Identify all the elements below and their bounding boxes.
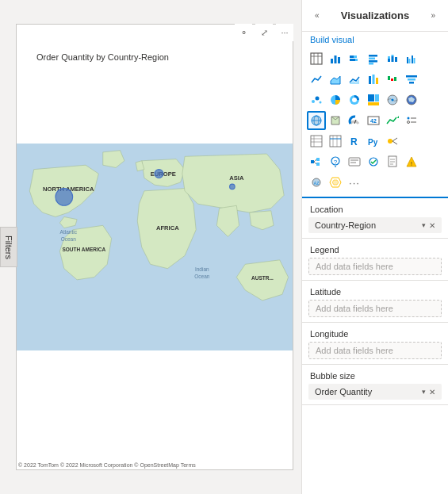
location-close-icon[interactable]: ✕ (429, 221, 435, 230)
build-visual-link[interactable]: Build visual (302, 32, 448, 46)
collapse-left-button[interactable]: « (310, 6, 324, 25)
svg-marker-27 (331, 76, 340, 84)
svg-text:Ocean: Ocean (194, 274, 210, 279)
right-panel: « Visualizations » Build visual (301, 0, 448, 494)
longitude-section: Longitude Add data fields here (302, 323, 448, 365)
clustered-bar-icon[interactable] (364, 49, 383, 68)
visualizations-title: Visualizations (341, 10, 409, 21)
azure-map-icon[interactable]: AZ (307, 173, 326, 192)
svg-rect-23 (407, 57, 408, 63)
donut-chart-icon[interactable] (345, 90, 364, 109)
svg-rect-31 (388, 76, 390, 80)
viz-icons-row-1 (307, 49, 443, 68)
table2-icon[interactable] (326, 132, 345, 151)
more-visuals-icon[interactable]: ··· (345, 173, 364, 192)
focus-mode-button[interactable]: ⤢ (255, 24, 273, 41)
filters-label: Filters (4, 236, 13, 259)
location-chevron-icon[interactable]: ▾ (422, 221, 426, 229)
viz-icons-row-4: 42 ▲ (307, 111, 443, 130)
latitude-label: Latitude (302, 281, 448, 300)
svg-line-72 (392, 141, 397, 144)
line-chart-icon[interactable] (307, 70, 326, 89)
indian-ocean-label: Indian (195, 266, 209, 272)
latitude-empty-row[interactable]: Add data fields here (308, 300, 442, 317)
bubble-size-value: Order Quantity (315, 387, 422, 396)
azure-anomaly-icon[interactable]: ! (402, 152, 421, 171)
paginated-report-icon[interactable] (383, 152, 402, 171)
svg-rect-85 (389, 156, 396, 167)
bar-chart-icon[interactable] (326, 49, 345, 68)
collapse-right-button[interactable]: » (426, 6, 440, 25)
metric-icon[interactable] (364, 152, 383, 171)
svg-rect-26 (414, 58, 415, 63)
bubble-europe (155, 170, 163, 178)
line-stacked-area-icon[interactable] (345, 70, 364, 89)
svg-point-58 (408, 121, 410, 124)
legend-placeholder: Add data fields here (316, 262, 393, 271)
latitude-section: Latitude Add data fields here (302, 281, 448, 323)
matrix-icon[interactable] (307, 132, 326, 151)
viz-icons-row-7: AZ ··· (307, 173, 443, 192)
location-value: Country-Region (315, 220, 422, 230)
map-attribution: © 2022 TomTom © 2022 Microsoft Corporati… (18, 462, 196, 468)
key-influencers-icon[interactable] (383, 132, 402, 151)
treemap-icon[interactable] (364, 90, 383, 109)
svg-rect-34 (406, 75, 417, 78)
stacked-col-icon[interactable] (383, 49, 402, 68)
svg-rect-17 (369, 63, 373, 65)
svg-rect-35 (408, 79, 415, 81)
svg-text:42: 42 (370, 118, 377, 124)
viz-icons-row-3 (307, 90, 443, 109)
legend-empty-row[interactable]: Add data fields here (308, 258, 442, 275)
clustered-col-icon[interactable] (402, 49, 421, 68)
africa-label: AFRICA (156, 224, 179, 232)
more-options-button[interactable]: ··· (276, 24, 293, 41)
bubble-size-chevron-icon[interactable]: ▾ (422, 388, 426, 396)
bubble-size-close-icon[interactable]: ✕ (429, 388, 435, 396)
python-visual-icon[interactable]: Py (364, 132, 383, 151)
qa-visual-icon[interactable]: ? (326, 152, 345, 171)
field-map-icon[interactable] (326, 173, 345, 192)
pie-chart-icon[interactable] (326, 90, 345, 109)
svg-text:AZ: AZ (314, 181, 319, 186)
slicer-icon[interactable] (402, 111, 421, 130)
longitude-label: Longitude (302, 323, 448, 342)
filters-tab[interactable]: Filters (0, 227, 17, 268)
svg-rect-81 (349, 158, 360, 166)
longitude-placeholder: Add data fields here (316, 346, 393, 355)
globe-map-icon[interactable] (307, 111, 326, 130)
svg-rect-12 (350, 59, 355, 61)
location-section: Location Country-Region ▾ ✕ (302, 198, 448, 239)
svg-rect-74 (316, 158, 320, 161)
decomp-tree-icon[interactable] (307, 152, 326, 171)
map-icon[interactable] (383, 90, 402, 109)
area-chart-icon[interactable] (326, 70, 345, 89)
bubble-size-section: Bubble size Order Quantity ▾ ✕ (302, 365, 448, 405)
map-toolbar: ⚬ ⤢ ··· (235, 24, 293, 41)
r-visual-icon[interactable]: R (345, 132, 364, 151)
waterfall-icon[interactable] (383, 70, 402, 89)
svg-rect-9 (338, 57, 340, 63)
funnel-icon[interactable] (402, 70, 421, 89)
table-icon[interactable] (307, 49, 326, 68)
svg-text:▲: ▲ (396, 114, 399, 119)
stacked-bar-icon[interactable] (345, 49, 364, 68)
svg-text:Ocean: Ocean (61, 236, 77, 242)
gauge-icon[interactable] (345, 111, 364, 130)
kpi-icon[interactable]: ▲ (383, 111, 402, 130)
scatter-chart-icon[interactable] (307, 90, 326, 109)
location-label: Location (302, 198, 448, 217)
longitude-empty-row[interactable]: Add data fields here (308, 342, 442, 359)
ribbon-chart-icon[interactable] (364, 70, 383, 89)
svg-rect-32 (391, 79, 393, 81)
svg-point-56 (408, 117, 410, 120)
filled-map-icon[interactable] (402, 90, 421, 109)
filter-visual-button[interactable]: ⚬ (235, 24, 252, 41)
bubble-size-label: Bubble size (302, 365, 448, 384)
shape-map-icon[interactable] (326, 111, 345, 130)
legend-section: Legend Add data fields here (302, 239, 448, 281)
card-icon[interactable]: 42 (364, 111, 383, 130)
smart-narrative-icon[interactable] (345, 152, 364, 171)
viz-icons-grid: 42 ▲ R Py (302, 46, 448, 198)
svg-rect-29 (373, 75, 375, 84)
